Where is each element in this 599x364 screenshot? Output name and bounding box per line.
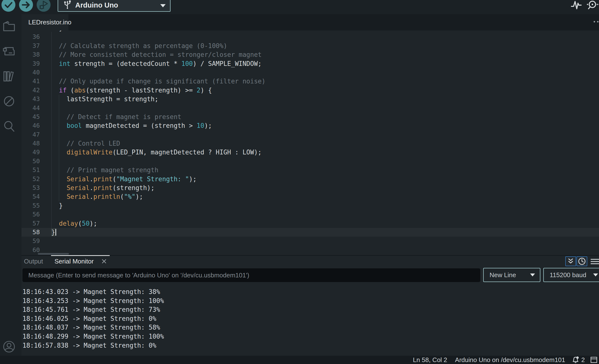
code-line: 51 // Print magnet strength: [21, 166, 599, 174]
baud-rate-select[interactable]: 115200 baud: [543, 268, 599, 282]
tab-ledresistor-ino[interactable]: LEDresistor.ino: [21, 14, 68, 30]
notification-count: 2: [581, 356, 585, 364]
code-line: 39 int strength = (detectedCount * 100) …: [21, 59, 599, 68]
code-line: 37 // Calculate strength as percentage (…: [21, 41, 599, 50]
books-icon: [2, 70, 16, 83]
code-line: 56: [21, 210, 599, 219]
clock-icon: [577, 257, 587, 266]
arrow-right-icon: [19, 0, 33, 12]
code-line: 58}: [21, 228, 599, 237]
notifications-button[interactable]: 2: [571, 356, 585, 364]
serial-message-input[interactable]: [22, 268, 480, 282]
code-line: 49 digitalWrite(LED_PIN, magnetDetected …: [21, 148, 599, 157]
file-tab-label: LEDresistor.ino: [28, 19, 71, 26]
editor-horizontal-scrollbar[interactable]: [38, 253, 69, 255]
tab-serial-monitor[interactable]: Serial Monitor: [54, 255, 94, 267]
circuit-board-icon: [2, 45, 16, 58]
serial-line: 18:16:45.761 -> Magnet Strength: 73%: [22, 305, 164, 314]
serial-line: 18:16:43.023 -> Magnet Strength: 38%: [22, 287, 164, 296]
account-icon: [2, 340, 16, 353]
tab-output[interactable]: Output: [24, 255, 43, 267]
code-line: 47: [21, 130, 599, 139]
bell-icon: [571, 356, 580, 364]
code-editor[interactable]: 35 }3637 // Calculate strength as percen…: [21, 30, 599, 255]
code-line: 52 Serial.print("Magnet Strength: ");: [21, 175, 599, 183]
code-line: 53 Serial.print(strength);: [21, 183, 599, 192]
checkmark-icon: [1, 0, 15, 12]
code-line: 54 Serial.println("%");: [21, 192, 599, 201]
serial-line: 18:16:48.299 -> Magnet Strength: 100%: [22, 332, 164, 341]
double-chevron-down-icon: [566, 257, 576, 266]
code-line: 42 if (abs(strength - lastStrength) >= 2…: [21, 86, 599, 95]
sidebar-item-search[interactable]: [2, 120, 16, 133]
code-line: 55 }: [21, 201, 599, 210]
chevron-down-icon: [530, 273, 535, 276]
board-selector-label: Arduino Uno: [75, 1, 118, 9]
code-line: 59: [21, 237, 599, 245]
folder-icon: [2, 20, 16, 33]
code-line: 43 lastStrength = strength;: [21, 95, 599, 103]
serial-line: 18:16:46.025 -> Magnet Strength: 0%: [22, 314, 164, 323]
code-line: 40: [21, 68, 599, 77]
tab-overflow-menu-icon[interactable]: [594, 21, 599, 22]
board-port-status[interactable]: Arduino Uno on /dev/cu.usbmodem101: [455, 356, 565, 364]
upload-button[interactable]: [19, 0, 33, 12]
code-lines: 35 }3637 // Calculate strength as percen…: [21, 30, 599, 254]
serial-line: 18:16:43.253 -> Magnet Strength: 100%: [22, 296, 164, 305]
circle-slash-icon: [2, 95, 16, 108]
code-line: 46 bool magnetDetected = (strength > 10)…: [21, 121, 599, 130]
code-line: 44: [21, 104, 599, 112]
serial-plotter-icon[interactable]: [571, 0, 582, 11]
bottom-panel: Output Serial Monitor: [21, 255, 599, 356]
editor-tab-bar: LEDresistor.ino: [21, 14, 599, 30]
code-line: 45 // Detect if magnet is present: [21, 112, 599, 121]
usb-icon: [63, 0, 72, 9]
autoscroll-toggle[interactable]: [565, 256, 576, 266]
line-ending-select[interactable]: New Line: [483, 268, 540, 282]
board-selector[interactable]: Arduino Uno: [58, 0, 171, 12]
toolbar: Arduino Uno: [0, 0, 599, 14]
serial-line: 18:16:48.037 -> Magnet Strength: 58%: [22, 323, 164, 332]
bug-play-icon: [37, 0, 51, 12]
timestamp-toggle[interactable]: [577, 256, 587, 266]
chevron-down-icon: [593, 273, 598, 276]
serial-output: 18:16:43.023 -> Magnet Strength: 38%18:1…: [22, 287, 164, 350]
cursor-position[interactable]: Ln 58, Col 2: [413, 356, 447, 364]
code-line: 41 // Only update if change is significa…: [21, 77, 599, 86]
debug-button[interactable]: [37, 0, 51, 12]
code-line: 57 delay(50);: [21, 219, 599, 228]
code-line: 35 }: [21, 30, 599, 32]
sidebar-item-account[interactable]: [2, 340, 16, 353]
sidebar-item-sketchbook[interactable]: [2, 20, 16, 33]
clear-output-icon[interactable]: [590, 258, 599, 265]
sidebar-item-debug[interactable]: [2, 95, 16, 108]
chevron-down-icon: [160, 4, 166, 7]
arduino-ide-window: Arduino Uno LEDresistor.ino: [0, 0, 599, 364]
serial-monitor-icon[interactable]: [586, 0, 599, 11]
sidebar-item-boards-manager[interactable]: [2, 45, 16, 58]
code-line: 38 // More consistent detection = strong…: [21, 50, 599, 59]
verify-button[interactable]: [1, 0, 15, 12]
serial-line: 18:16:57.838 -> Magnet Strength: 0%: [22, 341, 164, 350]
sidebar-item-library-manager[interactable]: [2, 70, 16, 83]
code-line: 36: [21, 32, 599, 41]
search-icon: [2, 120, 16, 133]
close-icon[interactable]: [100, 258, 108, 265]
code-line: 60: [21, 246, 599, 254]
toggle-panel-icon[interactable]: [590, 356, 598, 363]
code-line: 48 // Control LED: [21, 139, 599, 148]
status-bar: Ln 58, Col 2 Arduino Uno on /dev/cu.usbm…: [0, 356, 599, 364]
code-line: 50: [21, 157, 599, 166]
activity-sidebar: [0, 14, 21, 356]
